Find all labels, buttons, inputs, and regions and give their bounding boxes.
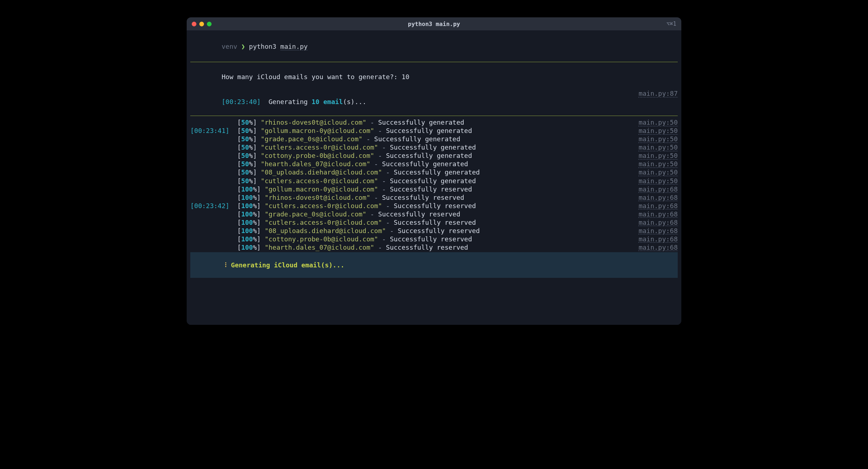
minimize-icon[interactable] xyxy=(199,22,204,26)
source-ref: main.py:68 xyxy=(639,235,678,243)
header-log-line: [00:23:40]Generating 10 email(s)... main… xyxy=(190,89,678,114)
terminal-body[interactable]: venv ❯ python3 main.py How many iCloud e… xyxy=(187,30,681,325)
question-line: How many iCloud emails you want to gener… xyxy=(190,64,678,89)
terminal-window: python3 main.py ⌥⌘1 venv ❯ python3 main.… xyxy=(187,17,681,325)
source-ref: main.py:50 xyxy=(639,168,678,176)
status-text: Generating iCloud email(s)... xyxy=(231,261,344,269)
log-message: Successfully generated xyxy=(386,152,472,159)
log-message: Successfully generated xyxy=(394,168,480,176)
email-address: "gollum.macron-0y@icloud.com" xyxy=(261,127,374,134)
venv-name: venv xyxy=(222,43,237,50)
command-arg: main.py xyxy=(280,43,308,50)
progress-pct: 100 xyxy=(241,194,253,201)
log-message: Successfully generated xyxy=(386,127,472,134)
progress-pct: 100 xyxy=(241,235,253,243)
progress-pct: 100 xyxy=(241,219,253,226)
source-ref: main.py:68 xyxy=(639,227,678,235)
log-line: [50%] "08_uploads.diehard@icloud.com" - … xyxy=(190,168,678,176)
zoom-icon[interactable] xyxy=(207,22,212,26)
progress-pct: 100 xyxy=(241,227,253,234)
log-message: Successfully reserved xyxy=(378,210,460,218)
prompt-chevron-icon: ❯ xyxy=(241,43,245,50)
log-message: Successfully generated xyxy=(374,135,460,143)
email-address: "cutlers.access-0r@icloud.com" xyxy=(265,219,382,226)
source-ref: main.py:68 xyxy=(639,193,678,202)
source-ref: main.py:68 xyxy=(639,210,678,218)
email-address: "cottony.probe-0b@icloud.com" xyxy=(265,235,378,243)
source-ref: main.py:50 xyxy=(639,160,678,168)
log-line: [100%] "cutlers.access-0r@icloud.com" - … xyxy=(190,218,678,227)
spinner-icon: ⠸ xyxy=(222,261,227,269)
log-line: [50%] "rhinos-doves0t@icloud.com" - Succ… xyxy=(190,118,678,126)
log-line: [50%] "hearth.dales_07@icloud.com" - Suc… xyxy=(190,160,678,168)
log-line: [100%] "gollum.macron-0y@icloud.com" - S… xyxy=(190,185,678,193)
log-message: Successfully reserved xyxy=(394,202,476,210)
log-line: [50%] "cottony.probe-0b@icloud.com" - Su… xyxy=(190,151,678,160)
email-address: "cutlers.access-0r@icloud.com" xyxy=(261,177,378,185)
log-message: Successfully reserved xyxy=(386,244,468,251)
source-ref: main.py:68 xyxy=(639,218,678,227)
email-address: "cutlers.access-0r@icloud.com" xyxy=(265,202,382,210)
email-address: "gollum.macron-0y@icloud.com" xyxy=(265,185,378,193)
status-line: ⠸ Generating iCloud email(s)... xyxy=(190,252,678,278)
email-address: "08_uploads.diehard@icloud.com" xyxy=(265,227,386,234)
question-text: How many iCloud emails you want to gener… xyxy=(222,73,398,81)
email-address: "hearth.dales_07@icloud.com" xyxy=(261,160,370,168)
log-line: [00:23:41][50%] "gollum.macron-0y@icloud… xyxy=(190,126,678,135)
email-address: "cottony.probe-0b@icloud.com" xyxy=(261,152,374,159)
timestamp: [00:23:42] xyxy=(190,202,237,210)
source-ref: main.py:87 xyxy=(639,89,678,114)
email-address: "rhinos-doves0t@icloud.com" xyxy=(261,119,366,126)
divider xyxy=(190,62,678,62)
log-line: [50%] "cutlers.access-0r@icloud.com" - S… xyxy=(190,143,678,151)
progress-pct: 50 xyxy=(241,119,249,126)
header-count: 10 xyxy=(312,98,320,106)
log-line: [100%] "hearth.dales_07@icloud.com" - Su… xyxy=(190,243,678,251)
source-ref: main.py:50 xyxy=(639,177,678,185)
progress-pct: 50 xyxy=(241,168,249,176)
timestamp: [00:23:40] xyxy=(222,98,269,106)
question-answer: 10 xyxy=(402,73,409,81)
progress-pct: 50 xyxy=(241,143,249,151)
window-controls xyxy=(192,22,212,26)
log-line: [100%] "08_uploads.diehard@icloud.com" -… xyxy=(190,227,678,235)
log-message: Successfully generated xyxy=(378,119,464,126)
progress-pct: 50 xyxy=(241,127,249,134)
log-message: Successfully generated xyxy=(390,177,476,185)
source-ref: main.py:68 xyxy=(639,202,678,210)
source-ref: main.py:50 xyxy=(639,135,678,143)
close-icon[interactable] xyxy=(192,22,196,26)
terminal-padding xyxy=(190,278,678,318)
log-line: [100%] "cottony.probe-0b@icloud.com" - S… xyxy=(190,235,678,243)
progress-pct: 50 xyxy=(241,135,249,143)
log-message: Successfully reserved xyxy=(390,185,472,193)
window-title: python3 main.py xyxy=(187,21,681,27)
log-line: [100%] "grade.pace_0s@icloud.com" - Succ… xyxy=(190,210,678,218)
log-message: Successfully reserved xyxy=(394,219,476,226)
progress-pct: 50 xyxy=(241,160,249,168)
source-ref: main.py:50 xyxy=(639,151,678,160)
log-line: [00:23:42][100%] "cutlers.access-0r@iclo… xyxy=(190,202,678,210)
email-address: "08_uploads.diehard@icloud.com" xyxy=(261,168,382,176)
email-address: "cutlers.access-0r@icloud.com" xyxy=(261,143,378,151)
log-message: Successfully reserved xyxy=(398,227,480,234)
email-address: "grade.pace_0s@icloud.com" xyxy=(261,135,363,143)
progress-pct: 100 xyxy=(241,185,253,193)
progress-pct: 100 xyxy=(241,210,253,218)
timestamp: [00:23:41] xyxy=(190,126,237,135)
log-line: [50%] "cutlers.access-0r@icloud.com" - S… xyxy=(190,177,678,185)
source-ref: main.py:50 xyxy=(639,143,678,151)
source-ref: main.py:50 xyxy=(639,126,678,135)
command: python3 xyxy=(249,43,277,50)
progress-pct: 100 xyxy=(241,202,253,210)
progress-pct: 50 xyxy=(241,152,249,159)
progress-pct: 100 xyxy=(241,244,253,251)
header-suffix: (s)... xyxy=(343,98,366,106)
log-lines: [50%] "rhinos-doves0t@icloud.com" - Succ… xyxy=(190,118,678,251)
log-message: Successfully generated xyxy=(390,143,476,151)
source-ref: main.py:50 xyxy=(639,118,678,126)
log-message: Successfully reserved xyxy=(390,235,472,243)
titlebar: python3 main.py ⌥⌘1 xyxy=(187,17,681,30)
email-address: "hearth.dales_07@icloud.com" xyxy=(265,244,374,251)
email-address: "grade.pace_0s@icloud.com" xyxy=(265,210,366,218)
